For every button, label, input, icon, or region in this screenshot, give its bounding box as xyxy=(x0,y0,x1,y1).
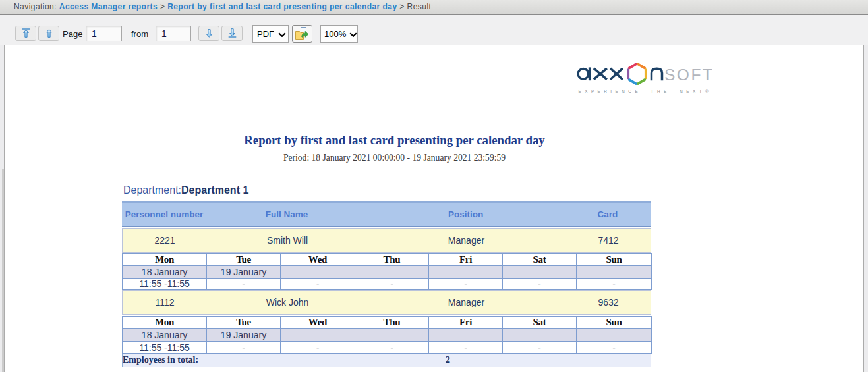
svg-text:EXPERIENCE THE NEXT®: EXPERIENCE THE NEXT® xyxy=(579,89,712,93)
svg-text:SOFT: SOFT xyxy=(664,66,714,84)
